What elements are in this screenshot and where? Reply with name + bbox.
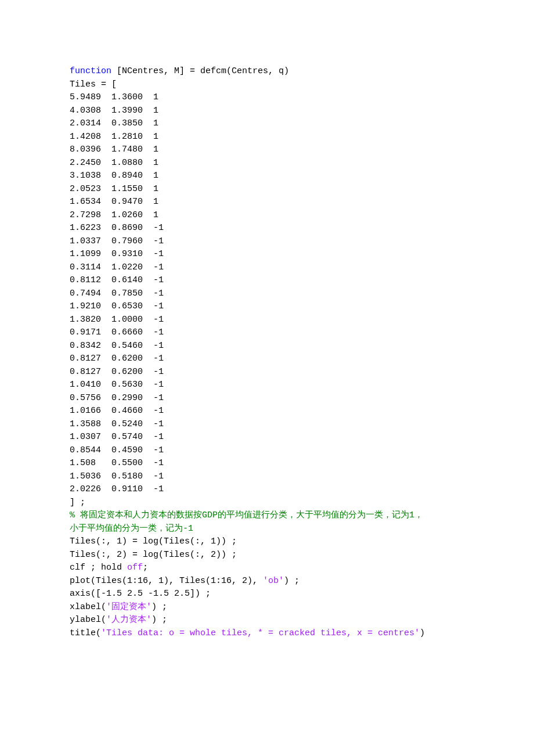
comment-line-2: 小于平均值的分为一类，记为-1	[70, 524, 193, 534]
tiles-data-rows: 5.9489 1.3600 1 4.0308 1.3990 1 2.0314 0…	[70, 92, 164, 494]
string-ylabel: '人力资本'	[106, 615, 151, 625]
tiles-open: Tiles = [	[70, 80, 117, 89]
string-ob: 'ob'	[263, 576, 284, 586]
code-block: function [NCentres, M] = defcm(Centres, …	[70, 65, 464, 640]
ylabel-post: ) ;	[151, 615, 167, 625]
title-post: )	[420, 628, 425, 638]
clf-post: ;	[143, 563, 148, 573]
clf-pre: clf ; hold	[70, 563, 127, 573]
comment-line-1: % 将固定资本和人力资本的数据按GDP的平均值进行分类，大于平均值的分为一类，记…	[70, 510, 423, 520]
ylabel-pre: ylabel(	[70, 615, 106, 625]
string-xlabel: '固定资本'	[106, 602, 151, 612]
keyword-off: off	[127, 563, 143, 573]
plot-post: ) ;	[284, 576, 300, 586]
log-line-1: Tiles(:, 1) = log(Tiles(:, 1)) ;	[70, 537, 237, 546]
function-signature: [NCentres, M] = defcm(Centres, q)	[111, 66, 289, 76]
xlabel-pre: xlabel(	[70, 602, 106, 612]
title-pre: title(	[70, 628, 101, 638]
document-page: function [NCentres, M] = defcm(Centres, …	[0, 0, 534, 756]
keyword-function: function	[70, 66, 111, 76]
tiles-close: ] ;	[70, 498, 85, 507]
string-title: 'Tiles data: o = whole tiles, * = cracke…	[101, 628, 420, 638]
axis-line: axis([-1.5 2.5 -1.5 2.5]) ;	[70, 589, 211, 599]
log-line-2: Tiles(:, 2) = log(Tiles(:, 2)) ;	[70, 550, 237, 560]
plot-pre: plot(Tiles(1:16, 1), Tiles(1:16, 2),	[70, 576, 263, 586]
xlabel-post: ) ;	[151, 602, 167, 612]
